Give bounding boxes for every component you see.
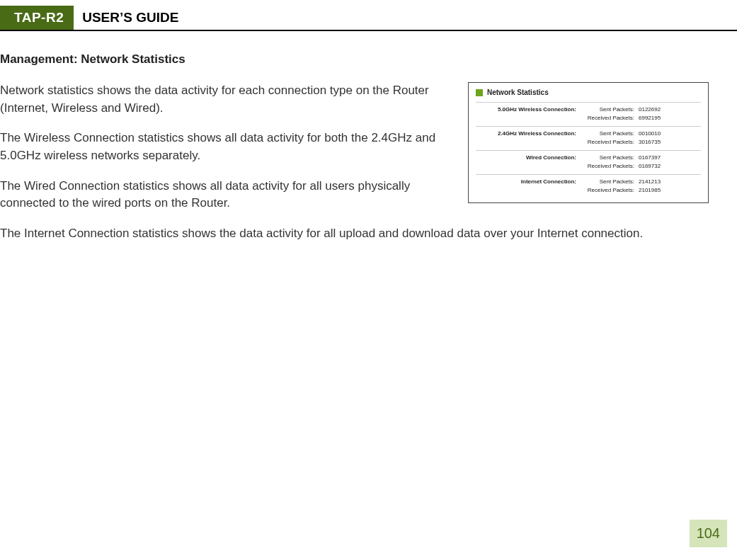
- stat-conn-label: Internet Connection:: [476, 178, 582, 186]
- stat-recv-label: Received Packets:: [582, 138, 639, 147]
- stat-sent-label: Sent Packets:: [582, 154, 639, 162]
- stat-sent-value: 0010010: [639, 130, 681, 138]
- header-bar: TAP-R2 USER’S GUIDE: [0, 6, 737, 31]
- stat-sent-label: Sent Packets:: [582, 178, 639, 186]
- figure-title-row: Network Statistics: [476, 88, 701, 96]
- page-content: Management: Network Statistics Network S…: [0, 31, 737, 242]
- stat-recv-value: 2101985: [639, 186, 681, 195]
- figure-title: Network Statistics: [487, 88, 549, 96]
- stat-recv-label: Received Packets:: [582, 162, 639, 171]
- stat-conn-label: 5.0GHz Wireless Connection:: [476, 105, 582, 114]
- stat-recv-label: Received Packets:: [582, 186, 639, 195]
- stat-sent-label: Sent Packets:: [582, 130, 639, 138]
- stat-conn-label: 2.4GHz Wireless Connection:: [476, 130, 582, 138]
- model-badge: TAP-R2: [7, 6, 74, 30]
- stat-sent-label: Sent Packets:: [582, 105, 639, 114]
- stat-recv-value: 6992195: [639, 114, 681, 122]
- paragraph-2: The Wireless Connection statistics shows…: [0, 130, 467, 164]
- header-accent: [0, 6, 7, 30]
- page-number: 104: [690, 520, 727, 547]
- stat-block-24ghz: 2.4GHz Wireless Connection: Sent Packets…: [476, 126, 701, 150]
- guide-title: USER’S GUIDE: [74, 6, 178, 30]
- stat-recv-label: Received Packets:: [582, 114, 639, 122]
- stat-recv-value: 0169732: [639, 162, 681, 171]
- stat-block-wired: Wired Connection: Sent Packets: 0167397 …: [476, 150, 701, 174]
- square-bullet-icon: [476, 89, 483, 96]
- stat-sent-value: 0122692: [639, 105, 681, 114]
- stat-sent-value: 0167397: [639, 154, 681, 162]
- stat-block-internet: Internet Connection: Sent Packets: 21412…: [476, 174, 701, 198]
- network-statistics-figure: Network Statistics 5.0GHz Wireless Conne…: [468, 82, 709, 203]
- stat-conn-label: Wired Connection:: [476, 154, 582, 162]
- paragraph-3: The Wired Connection statistics shows al…: [0, 178, 467, 212]
- stat-sent-value: 2141213: [639, 178, 681, 186]
- paragraph-4: The Internet Connection statistics shows…: [0, 225, 709, 243]
- stat-recv-value: 3016735: [639, 138, 681, 147]
- section-heading: Management: Network Statistics: [0, 52, 709, 67]
- paragraph-1: Network statistics shows the data activi…: [0, 82, 467, 117]
- stat-block-5ghz: 5.0GHz Wireless Connection: Sent Packets…: [476, 102, 701, 126]
